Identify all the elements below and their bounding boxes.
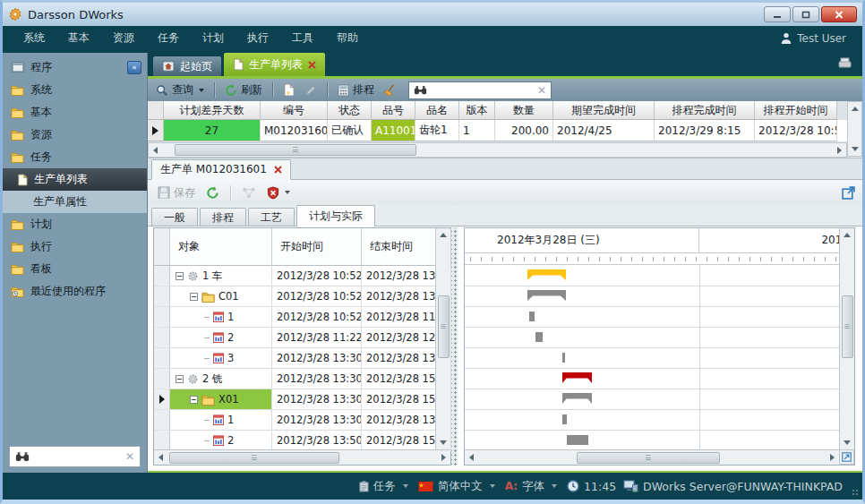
gantt-bar-summary[interactable]	[527, 269, 566, 280]
tree-start-cell[interactable]: 2012/3/28 13:30	[272, 348, 362, 369]
tab-home[interactable]: 起始页	[153, 56, 221, 76]
column-header-状态[interactable]: 状态	[328, 101, 372, 120]
toolbar-search-input[interactable]	[432, 83, 533, 98]
tree-start-cell[interactable]: 2012/3/28 13:30	[272, 410, 362, 431]
detail-tab-order[interactable]: 生产单 M012031601	[151, 159, 291, 180]
grid-cell[interactable]: A11001	[372, 120, 415, 141]
sidebar-item-任务[interactable]: 任务	[3, 146, 147, 168]
collapse-expander-icon[interactable]	[190, 293, 198, 301]
sidebar-item-生产单列表[interactable]: 生产单列表	[3, 168, 147, 191]
security-shield-button[interactable]	[264, 184, 293, 202]
status-task-menu[interactable]: 任务	[359, 479, 411, 494]
tree-object-cell[interactable]: 2 铣	[170, 369, 272, 389]
orders-grid-vscrollbar[interactable]	[847, 101, 862, 157]
tree-start-cell[interactable]: 2012/3/28 10:52	[272, 307, 362, 328]
menu-item-工具[interactable]: 工具	[280, 26, 325, 50]
schedule-button[interactable]: 排程	[335, 81, 377, 99]
orders-grid-hscrollbar[interactable]: ☰	[148, 142, 847, 158]
gantt-popout-icon[interactable]	[839, 449, 854, 465]
grid-cell[interactable]: M012031601	[261, 120, 328, 141]
menu-item-计划[interactable]: 计划	[191, 26, 236, 50]
sidebar-item-基本[interactable]: 基本	[3, 101, 147, 124]
tree-object-cell[interactable]: 1	[170, 410, 272, 431]
column-header-期望完成时间[interactable]: 期望完成时间	[553, 101, 655, 120]
tab-orders-list[interactable]: 生产单列表	[224, 53, 325, 76]
split-handle[interactable]	[451, 227, 458, 466]
grid-cell[interactable]: 2012/3/29 8:15	[655, 120, 755, 141]
resize-grip[interactable]	[852, 489, 859, 496]
grid-cell[interactable]: 已确认	[328, 120, 372, 141]
grid-cell[interactable]: 2012/4/25	[553, 120, 655, 141]
sidebar-search-input[interactable]	[35, 449, 120, 464]
open-external-icon[interactable]	[842, 186, 855, 200]
sidebar-item-资源[interactable]: 资源	[3, 124, 147, 146]
tree-row[interactable]: X012012/3/28 13:302012/3/28 15:40	[154, 389, 435, 410]
grid-cell[interactable]: 27	[164, 120, 261, 141]
tree-row[interactable]: 32012/3/28 13:302012/3/28 13:40	[154, 348, 435, 369]
tree-row[interactable]: 1 车2012/3/28 10:522012/3/28 13:40	[154, 266, 435, 286]
subtab-排程[interactable]: 排程	[200, 208, 246, 226]
tree-column-header-开始时间[interactable]: 开始时间	[272, 228, 362, 266]
refresh-button[interactable]: 刷新	[222, 81, 265, 99]
tree-object-cell[interactable]: 3	[170, 348, 272, 369]
gantt-bar-task[interactable]	[562, 353, 565, 363]
grid-cell[interactable]: 2012/3/28 10:52	[755, 120, 837, 141]
status-font-menu[interactable]: A: 字体	[505, 479, 560, 494]
column-header-编号[interactable]: 编号	[261, 101, 328, 120]
column-header-计划差异天数[interactable]: 计划差异天数	[164, 101, 261, 120]
tab-close-icon[interactable]	[308, 61, 316, 69]
column-header-排程开始时间[interactable]: 排程开始时间	[755, 101, 837, 120]
printer-icon[interactable]	[837, 57, 853, 70]
query-button[interactable]: 查询	[153, 81, 207, 99]
grid-cell[interactable]: 齿轮1	[415, 120, 459, 141]
collapse-expander-icon[interactable]	[190, 396, 198, 404]
column-header-版本[interactable]: 版本	[459, 101, 495, 120]
subtab-一般[interactable]: 一般	[151, 208, 198, 226]
gantt-bar-summary[interactable]	[562, 393, 592, 404]
status-language-menu[interactable]: 简体中文	[418, 479, 498, 494]
gantt-bar-summary[interactable]	[527, 290, 566, 301]
tree-row[interactable]: 12012/3/28 10:522012/3/28 11:22	[154, 307, 435, 328]
tree-start-cell[interactable]: 2012/3/28 11:22	[272, 328, 362, 348]
maximize-button[interactable]	[792, 6, 819, 22]
menu-item-资源[interactable]: 资源	[101, 26, 146, 50]
tree-hscrollbar[interactable]: ☰	[154, 449, 450, 465]
subtab-工艺[interactable]: 工艺	[248, 208, 295, 226]
tree-row[interactable]: C012012/3/28 10:522012/3/28 13:40	[154, 286, 435, 307]
tree-object-cell[interactable]: 1	[170, 307, 272, 328]
grid-cell[interactable]: 200.00	[495, 120, 553, 141]
tree-start-cell[interactable]: 2012/3/28 13:30	[272, 369, 362, 389]
detail-tab-close-icon[interactable]	[274, 166, 282, 174]
tree-object-cell[interactable]: X01	[170, 389, 272, 410]
gantt-bar-summary[interactable]	[562, 372, 592, 383]
sidebar-search-clear-icon[interactable]: ✕	[125, 451, 134, 462]
close-button[interactable]	[821, 6, 857, 22]
column-header-排程完成时间[interactable]: 排程完成时间	[655, 101, 755, 120]
sidebar-collapse-button[interactable]: «	[127, 61, 141, 74]
user-indicator[interactable]: Test User	[781, 32, 853, 45]
collapse-expander-icon[interactable]	[176, 375, 184, 383]
tree-row[interactable]: 2 铣2012/3/28 13:302012/3/28 15:40	[154, 369, 435, 389]
save-button[interactable]: 保存	[155, 184, 198, 202]
menu-item-任务[interactable]: 任务	[146, 26, 191, 50]
subtab-计划与实际[interactable]: 计划与实际	[296, 205, 375, 226]
tree-start-cell[interactable]: 2012/3/28 13:30	[272, 389, 362, 410]
column-header-数量[interactable]: 数量	[495, 101, 553, 120]
tree-vscrollbar[interactable]: ☰	[435, 228, 450, 449]
menu-item-基本[interactable]: 基本	[56, 26, 101, 50]
gantt-bar-task[interactable]	[529, 312, 535, 321]
tree-object-cell[interactable]: 2	[170, 431, 272, 451]
broom-icon[interactable]	[381, 81, 400, 99]
tree-object-cell[interactable]: 1 车	[170, 266, 272, 286]
tree-start-cell[interactable]: 2012/3/28 10:52	[272, 266, 362, 286]
tree-column-header-对象[interactable]: 对象	[170, 228, 272, 266]
gantt-bar-task[interactable]	[567, 435, 588, 445]
tree-start-cell[interactable]: 2012/3/28 10:52	[272, 286, 362, 307]
tree-row[interactable]: 22012/3/28 13:502012/3/28 15:30	[154, 431, 435, 451]
orders-grid-row[interactable]: 27M012031601已确认A11001齿轮11200.002012/4/25…	[148, 120, 847, 141]
gantt-bar-task[interactable]	[535, 332, 543, 342]
tree-object-cell[interactable]: C01	[170, 286, 272, 307]
sidebar-item-计划[interactable]: 计划	[3, 213, 147, 235]
sidebar-item-系统[interactable]: 系统	[3, 79, 147, 101]
menu-item-系统[interactable]: 系统	[12, 26, 56, 50]
